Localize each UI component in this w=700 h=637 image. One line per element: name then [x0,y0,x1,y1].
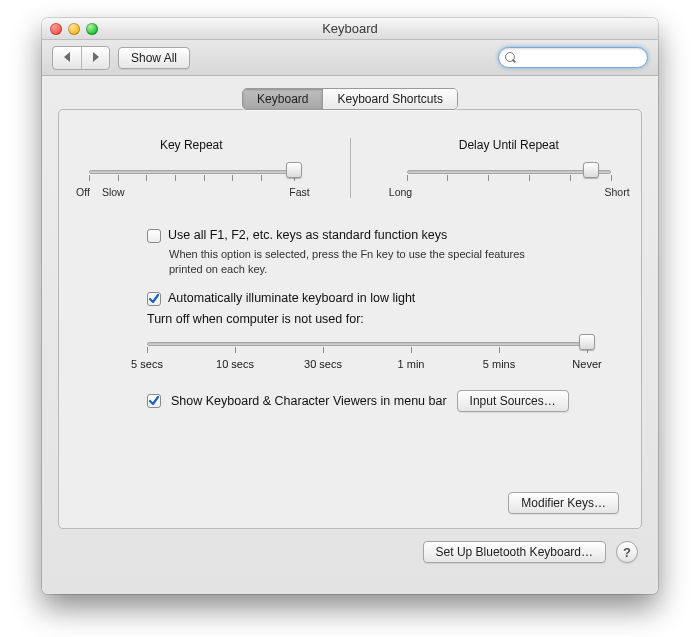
bluetooth-keyboard-button[interactable]: Set Up Bluetooth Keyboard… [423,541,606,563]
tick-30secs: 30 secs [304,358,342,370]
delay-title: Delay Until Repeat [401,138,618,152]
tick-1min: 1 min [398,358,425,370]
content-area: Keyboard Keyboard Shortcuts Key Repeat [42,76,658,594]
key-repeat-off-label: Off [76,186,90,198]
viewers-label: Show Keyboard & Character Viewers in men… [171,394,447,408]
titlebar: Keyboard [42,18,658,40]
nav-segment [52,46,110,70]
turnoff-tick-labels: 5 secs 10 secs 30 secs 1 min 5 mins Neve… [147,358,587,374]
tick-never: Never [572,358,601,370]
search-icon [505,52,516,64]
illuminate-checkbox[interactable] [147,292,161,306]
delay-long-label: Long [389,186,412,198]
back-button[interactable] [53,47,81,69]
keyboard-pane: Key Repeat Off [58,109,642,529]
search-input[interactable] [520,50,639,66]
key-repeat-slider[interactable] [89,160,294,180]
fn-keys-hint: When this option is selected, press the … [169,247,549,277]
tab-bar: Keyboard Keyboard Shortcuts [58,88,642,110]
turnoff-slider[interactable] [147,332,587,354]
key-repeat-title: Key Repeat [83,138,300,152]
chevron-left-icon [63,50,72,65]
chevron-right-icon [91,50,100,65]
tick-10secs: 10 secs [216,358,254,370]
forward-button[interactable] [81,47,109,69]
fn-keys-label: Use all F1, F2, etc. keys as standard fu… [168,228,447,242]
sliders-row: Key Repeat Off [83,138,617,200]
window-title: Keyboard [42,21,658,36]
search-field[interactable] [498,47,648,68]
tick-5secs: 5 secs [131,358,163,370]
footer: Set Up Bluetooth Keyboard… ? [58,541,642,563]
key-repeat-group: Key Repeat Off [83,138,300,200]
modifier-keys-button[interactable]: Modifier Keys… [508,492,619,514]
tab-keyboard-shortcuts[interactable]: Keyboard Shortcuts [322,89,456,109]
help-icon: ? [623,545,631,560]
viewers-checkbox[interactable] [147,394,161,408]
input-sources-button[interactable]: Input Sources… [457,390,569,412]
delay-slider[interactable] [407,160,612,180]
fn-keys-checkbox[interactable] [147,229,161,243]
illuminate-label: Automatically illuminate keyboard in low… [168,291,415,305]
toolbar: Show All [42,40,658,76]
preferences-window: Keyboard Show All Keyboard K [42,18,658,594]
turnoff-label: Turn off when computer is not used for: [147,312,607,326]
tab-keyboard[interactable]: Keyboard [243,89,322,109]
key-repeat-fast-label: Fast [289,186,309,198]
delay-short-label: Short [604,186,629,198]
show-all-button[interactable]: Show All [118,47,190,69]
help-button[interactable]: ? [616,541,638,563]
divider [350,138,351,198]
tick-5mins: 5 mins [483,358,515,370]
key-repeat-slow-label: Slow [102,186,125,198]
delay-group: Delay Until Repeat Long Short [401,138,618,200]
